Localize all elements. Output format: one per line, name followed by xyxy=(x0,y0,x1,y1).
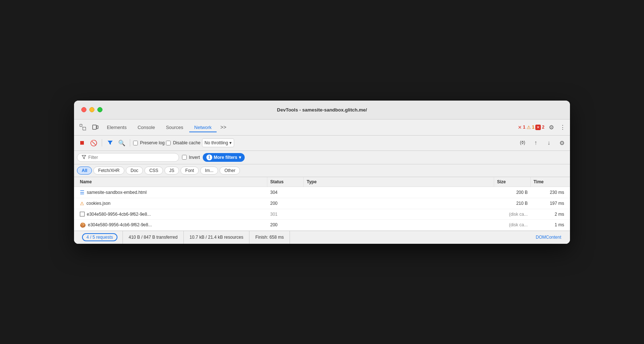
status-requests: 4 / 5 requests xyxy=(77,231,123,244)
table-header: Name Status Type Size Time xyxy=(74,177,570,187)
traffic-lights xyxy=(81,107,102,112)
filter-font[interactable]: Font xyxy=(181,167,199,175)
row3-time: 2 ms xyxy=(531,209,567,219)
devtools-body: Elements Console Sources Network >> ✕ 1 … xyxy=(74,120,570,244)
svg-rect-0 xyxy=(80,124,82,126)
row4-time: 1 ms xyxy=(531,220,567,230)
throttle-select[interactable]: No throttling ▾ xyxy=(202,138,234,147)
filter-fetch[interactable]: Fetch/XHR xyxy=(93,167,124,175)
import-button[interactable]: ↑ xyxy=(531,138,541,148)
separator-1 xyxy=(102,139,102,146)
status-bar: 4 / 5 requests 410 B / 847 B transferred… xyxy=(74,231,570,244)
status-transferred: 410 B / 847 B transferred xyxy=(123,231,184,244)
settings-icon[interactable]: ⚙ xyxy=(547,122,555,132)
col-type: Type xyxy=(304,177,494,187)
filter-doc[interactable]: Doc xyxy=(126,167,143,175)
device-icon[interactable] xyxy=(89,121,101,133)
status-resources: 10.7 kB / 21.4 kB resources xyxy=(184,231,249,244)
more-filters-chevron-icon: ▾ xyxy=(239,155,241,160)
clear-button[interactable]: 🚫 xyxy=(89,138,99,148)
invert-label[interactable]: Invert xyxy=(182,155,200,160)
requests-count-badge: 4 / 5 requests xyxy=(83,234,117,241)
row2-size: 210 B xyxy=(494,198,531,209)
tab-sources[interactable]: Sources xyxy=(161,122,189,132)
row3-name: e304e580-9956-4cb6-9f62-9e8... xyxy=(77,209,267,219)
row2-type xyxy=(304,198,494,209)
row2-time: 197 ms xyxy=(531,198,567,209)
network-conditions-icon[interactable] xyxy=(517,138,528,148)
tab-bar-right: ✕ 1 ⚠ 1 ✕ 2 ⚙ ⋮ xyxy=(518,122,567,132)
error-count: 1 xyxy=(523,125,525,130)
tab-elements[interactable]: Elements xyxy=(102,122,132,132)
preserve-log-label[interactable]: Preserve log xyxy=(133,140,164,145)
close-button[interactable] xyxy=(81,107,86,112)
domcontent-link[interactable]: DOMContent xyxy=(536,235,561,240)
toolbar: ⏹ 🚫 🔍 Preserve log Disable cache No thro… xyxy=(74,136,570,151)
svg-rect-2 xyxy=(93,125,96,129)
row1-size: 200 B xyxy=(494,187,531,198)
disable-cache-checkbox[interactable] xyxy=(166,141,171,145)
more-filters-count: 1 xyxy=(206,155,212,160)
table-row[interactable]: ☰ samesite-sandbox-embed.html 304 200 B … xyxy=(74,187,570,198)
warning-icon: ⚠ xyxy=(80,201,84,206)
row3-size: (disk ca... xyxy=(494,209,531,219)
minimize-button[interactable] xyxy=(89,107,94,112)
square-icon xyxy=(80,212,85,216)
stop-recording-button[interactable]: ⏹ xyxy=(77,138,87,148)
inspect-icon[interactable] xyxy=(77,121,89,133)
row1-status: 304 xyxy=(267,187,304,198)
menu-dots-icon[interactable]: ⋮ xyxy=(558,122,567,132)
export-button[interactable]: ↓ xyxy=(544,138,554,148)
throttle-text: No throttling xyxy=(205,140,228,145)
table-row[interactable]: 🍪 e304e580-9956-4cb6-9f62-9e8... 200 (di… xyxy=(74,220,570,231)
warn-count: 1 xyxy=(532,125,535,130)
devtools-window: DevTools - samesite-sandbox.glitch.me/ E… xyxy=(74,101,570,244)
separator-2 xyxy=(130,139,130,146)
titlebar: DevTools - samesite-sandbox.glitch.me/ xyxy=(74,101,570,120)
filter-funnel-button[interactable] xyxy=(105,138,115,148)
col-status: Status xyxy=(267,177,304,187)
table-row[interactable]: ⚠ cookies.json 200 210 B 197 ms xyxy=(74,198,570,209)
tab-more[interactable]: >> xyxy=(217,122,229,132)
table-row[interactable]: e304e580-9956-4cb6-9f62-9e8... 301 (disk… xyxy=(74,209,570,220)
filter-bar: Invert 1 More filters ▾ xyxy=(74,151,570,164)
invert-text: Invert xyxy=(189,155,200,160)
row2-status: 200 xyxy=(267,198,304,209)
row4-type xyxy=(304,220,494,230)
network-table: Name Status Type Size Time ☰ samesite-sa… xyxy=(74,177,570,231)
row1-name: ☰ samesite-sandbox-embed.html xyxy=(77,187,267,198)
info-count: 2 xyxy=(542,125,544,130)
filter-input[interactable] xyxy=(88,155,174,160)
filter-other[interactable]: Other xyxy=(220,167,240,175)
filter-css[interactable]: CSS xyxy=(144,167,163,175)
row3-type xyxy=(304,209,494,219)
status-finish: Finish: 658 ms xyxy=(249,231,290,244)
status-domcontent: DOMContent xyxy=(530,231,567,244)
row3-status: 301 xyxy=(267,209,304,219)
info-badge-icon: ✕ xyxy=(535,125,541,130)
search-button[interactable]: 🔍 xyxy=(117,138,127,148)
row4-status: 200 xyxy=(267,220,304,230)
disable-cache-text: Disable cache xyxy=(173,140,200,145)
error-x-icon: ✕ xyxy=(518,125,522,130)
col-size: Size xyxy=(494,177,531,187)
maximize-button[interactable] xyxy=(97,107,102,112)
more-filters-button[interactable]: 1 More filters ▾ xyxy=(203,153,245,162)
row4-size: (disk ca... xyxy=(494,220,531,230)
invert-checkbox[interactable] xyxy=(182,155,187,160)
tab-bar: Elements Console Sources Network >> ✕ 1 … xyxy=(74,120,570,136)
preserve-log-checkbox[interactable] xyxy=(133,141,138,145)
row1-time: 230 ms xyxy=(531,187,567,198)
row1-type xyxy=(304,187,494,198)
filter-funnel-small-icon xyxy=(82,155,86,160)
tab-console[interactable]: Console xyxy=(132,122,160,132)
filter-img[interactable]: Im... xyxy=(200,167,218,175)
col-time: Time xyxy=(531,177,567,187)
filter-all[interactable]: All xyxy=(77,167,92,175)
disable-cache-label[interactable]: Disable cache xyxy=(166,140,200,145)
filter-js[interactable]: JS xyxy=(164,167,179,175)
window-title: DevTools - samesite-sandbox.glitch.me/ xyxy=(277,107,367,113)
tab-network[interactable]: Network xyxy=(189,122,217,132)
more-filters-label: More filters xyxy=(214,155,237,160)
network-settings-icon[interactable]: ⚙ xyxy=(557,138,567,148)
